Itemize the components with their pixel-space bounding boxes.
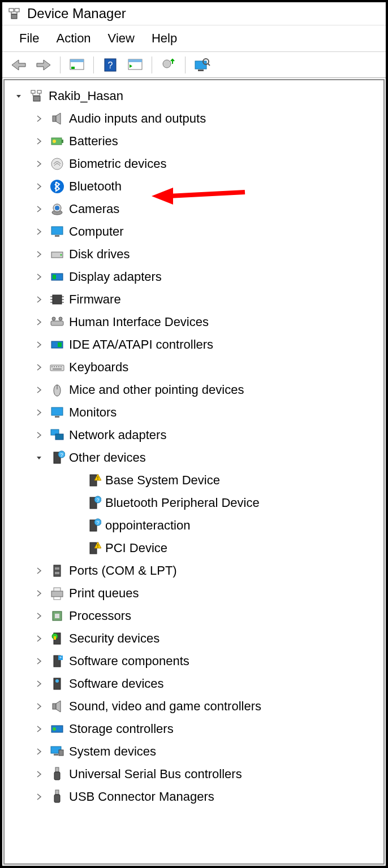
menu-action[interactable]: Action [56,31,90,46]
tree-category[interactable]: Biometric devices [10,153,378,175]
tree-category[interactable]: Sound, video and game controllers [10,695,378,718]
tree-category[interactable]: Network adapters [10,424,378,446]
tree-category[interactable]: Keyboards [10,356,378,379]
speaker-icon [49,110,66,127]
chevron-right-icon[interactable] [33,680,45,687]
category-label: Keyboards [69,360,128,375]
help-button[interactable]: ? [101,55,120,75]
chevron-right-icon[interactable] [33,409,45,416]
chevron-right-icon[interactable] [33,658,45,665]
chevron-right-icon[interactable] [33,613,45,619]
usb-icon [49,766,66,783]
root-label: Rakib_Hasan [49,89,123,103]
category-label: Universal Serial Bus controllers [69,767,242,782]
tree-category[interactable]: Security devices [10,627,378,650]
svg-rect-21 [33,96,40,101]
unknown-device-icon [85,540,102,557]
tree-category[interactable]: Software components [10,650,378,672]
menu-view[interactable]: View [108,31,135,46]
tree-category[interactable]: USB Connector Managers [10,785,378,808]
svg-rect-19 [31,90,35,93]
tree-category[interactable]: Computer [10,220,378,243]
ide-icon [49,336,66,353]
tree-child[interactable]: Bluetooth Peripheral Device [10,492,378,514]
tree-category[interactable]: Disk drives [10,243,378,266]
show-hide-console-button[interactable] [67,55,87,75]
tree-category[interactable]: Human Interface Devices [10,311,378,333]
category-label: Other devices [69,450,146,465]
chevron-down-icon[interactable] [33,454,45,461]
chevron-right-icon[interactable] [33,726,45,732]
device-tree[interactable]: Rakib_Hasan Audio inputs and outputsBatt… [3,79,385,865]
tree-category[interactable]: Ports (COM & LPT) [10,559,378,582]
chevron-right-icon[interactable] [33,206,45,212]
tree-root[interactable]: Rakib_Hasan [10,85,378,107]
chevron-right-icon[interactable] [33,251,45,258]
tree-category[interactable]: System devices [10,740,378,763]
hid-icon [49,314,66,331]
chevron-right-icon[interactable] [33,771,45,778]
svg-rect-7 [70,59,84,62]
chevron-right-icon[interactable] [33,567,45,574]
chevron-right-icon[interactable] [33,364,45,371]
tree-category[interactable]: Processors [10,605,378,627]
chevron-right-icon[interactable] [33,296,45,303]
svg-rect-0 [9,8,14,12]
chevron-right-icon[interactable] [33,793,45,800]
tree-category[interactable]: Audio inputs and outputs [10,107,378,130]
tree-category[interactable]: Cameras [10,198,378,220]
category-label: Security devices [69,631,159,646]
chevron-down-icon[interactable] [12,93,25,99]
forward-button[interactable] [34,55,53,75]
svg-rect-1 [15,8,19,12]
titlebar: Device Manager [2,2,386,25]
chevron-right-icon[interactable] [33,319,45,326]
tree-category[interactable]: IDE ATA/ATAPI controllers [10,333,378,356]
chevron-right-icon[interactable] [33,432,45,439]
tree-category[interactable]: Mice and other pointing devices [10,379,378,401]
chevron-right-icon[interactable] [33,341,45,348]
category-label: Software devices [69,676,164,691]
category-label: Biometric devices [69,157,166,171]
tree-category[interactable]: Other devices [10,446,378,469]
chevron-right-icon[interactable] [33,274,45,280]
tree-category[interactable]: Universal Serial Bus controllers [10,763,378,785]
chevron-right-icon[interactable] [33,703,45,710]
svg-rect-16 [198,70,204,71]
tree-category[interactable]: Batteries [10,130,378,153]
battery-icon [49,133,66,150]
menu-file[interactable]: File [19,31,39,46]
toolbar-separator [152,57,152,73]
toolbar: ? [2,52,386,78]
scan-hardware-button[interactable] [192,55,212,75]
chevron-right-icon[interactable] [33,635,45,642]
unknown-icon [49,449,66,466]
tree-category[interactable]: Bluetooth [10,175,378,198]
tree-category[interactable]: Monitors [10,401,378,424]
chevron-right-icon[interactable] [33,748,45,755]
chevron-right-icon[interactable] [33,160,45,167]
menubar: File Action View Help [2,25,386,52]
tree-category[interactable]: Print queues [10,582,378,605]
menu-help[interactable]: Help [152,31,177,46]
chevron-right-icon[interactable] [33,590,45,597]
tree-category[interactable]: Display adapters [10,266,378,288]
back-button[interactable] [9,55,28,75]
tree-child[interactable]: oppointeraction [10,514,378,537]
chevron-right-icon[interactable] [33,387,45,393]
category-label: Sound, video and game controllers [69,699,261,714]
unknown-device-icon [85,494,102,511]
tree-category[interactable]: Firmware [10,288,378,311]
chevron-right-icon[interactable] [33,115,45,122]
update-driver-button[interactable] [159,55,178,75]
action-pane-button[interactable] [126,55,145,75]
chevron-right-icon[interactable] [33,138,45,145]
chevron-right-icon[interactable] [33,228,45,235]
chevron-right-icon[interactable] [33,183,45,190]
svg-rect-2 [11,14,17,19]
tree-category[interactable]: Software devices [10,672,378,695]
svg-rect-15 [195,61,206,69]
tree-category[interactable]: Storage controllers [10,718,378,740]
tree-child[interactable]: Base System Device [10,469,378,492]
tree-child[interactable]: PCI Device [10,537,378,559]
